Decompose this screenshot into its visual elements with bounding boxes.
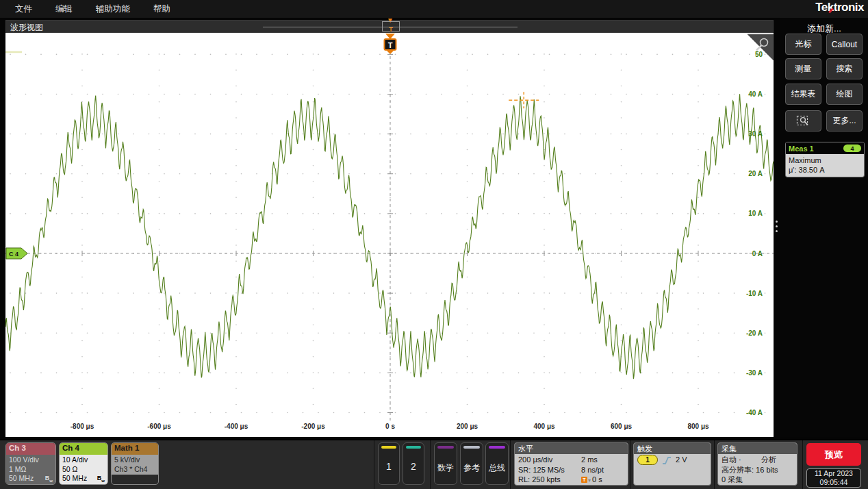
panel-gutter	[774, 18, 780, 437]
math-button-label: 数学	[435, 462, 457, 474]
meas1-header: Meas 1 4	[786, 142, 864, 154]
ch3-badge-body: 100 V/div 1 MΩ 50 MHzBw	[6, 455, 55, 484]
ch3-impedance: 1 MΩ	[9, 465, 53, 475]
acquisition-panel-title: 采集	[718, 443, 797, 454]
acquisition-resolution: 高分辨率: 16 bits	[722, 465, 793, 475]
meas1-type: Maximum	[789, 155, 861, 165]
ch1-button[interactable]: 1	[378, 442, 400, 485]
waveform-plot-area[interactable]: -800 μs-600 μs-400 μs-200 μs0 s200 μs400…	[5, 33, 774, 437]
acquisition-panel-body: 自动 ·分析 高分辨率: 16 bits 0 采集	[718, 454, 797, 486]
menu-edit[interactable]: 编辑	[55, 3, 73, 15]
minimap-trigger-thumb[interactable]: T	[382, 21, 400, 32]
y-axis-label: -20 A	[746, 329, 763, 337]
meas1-count-pill: 4	[843, 145, 861, 152]
y-axis-label: 20 A	[748, 170, 763, 177]
minimap-trigger-letter: T	[389, 26, 393, 33]
sample-resolution: 8 ns/pt	[581, 465, 624, 475]
x-axis-label: -800 μs	[71, 423, 94, 430]
cursor-button[interactable]: 光标	[785, 34, 821, 55]
sidebar: 添加新... 光标 Callout 测量 搜索 结果表 绘图 更多... Mea…	[780, 18, 868, 437]
acquisition-panel[interactable]: 采集 自动 ·分析 高分辨率: 16 bits 0 采集	[717, 442, 797, 486]
waveform-title: 波形视图	[10, 22, 43, 34]
ch2-color-stripe	[406, 446, 421, 449]
tektronix-logo: Tektronix	[815, 1, 864, 14]
ch4-scale: 10 A/div	[62, 455, 105, 465]
x-axis-label: 400 μs	[533, 423, 555, 430]
horizontal-panel[interactable]: 水平 200 μs/div2 ms SR: 125 MS/s8 ns/pt RL…	[514, 442, 628, 486]
math1-scale: 5 kV/div	[114, 455, 155, 465]
math1-badge[interactable]: Math 1 5 kV/div Ch3 * Ch4	[111, 442, 159, 485]
menu-help[interactable]: 帮助	[153, 3, 170, 15]
waveform-canvas[interactable]: -800 μs-600 μs-400 μs-200 μs0 s200 μs400…	[5, 33, 774, 437]
bus-color-stripe	[489, 446, 505, 449]
ch3-badge[interactable]: Ch 3 100 V/div 1 MΩ 50 MHzBw	[5, 442, 56, 485]
trigger-position-marker[interactable]: T	[385, 34, 396, 54]
y-axis-label: 10 A	[748, 210, 763, 217]
waveform-titlebar: 波形视图 ▼ T	[5, 20, 774, 33]
svg-text:T: T	[388, 41, 393, 49]
meas1-body: Maximum μ': 38.50 A	[786, 154, 864, 177]
date-label: 11 Apr 2023	[807, 469, 860, 478]
horizontal-position: T▾0 s	[581, 475, 624, 486]
zoom-select-icon	[796, 115, 811, 127]
trigger-tri-icon: ▾	[588, 477, 591, 484]
trigger-level: 2 V	[676, 455, 687, 465]
acquisition-count: 0 采集	[722, 475, 793, 485]
ch4-badge[interactable]: Ch 4 10 A/div 50 Ω 50 MHzBw	[59, 442, 108, 485]
bw-limit-icon: Bw	[97, 474, 105, 485]
meas1-badge[interactable]: Meas 1 4 Maximum μ': 38.50 A	[785, 142, 865, 177]
y-axis-label: 30 A	[748, 130, 763, 138]
ch1-color-stripe	[381, 446, 396, 449]
math-button[interactable]: 数学	[434, 442, 457, 485]
bottom-bar: Ch 3 100 V/div 1 MΩ 50 MHzBw Ch 4 10 A/d…	[0, 439, 868, 489]
y-axis-label: -40 A	[746, 409, 763, 416]
math1-badge-body: 5 kV/div Ch3 * Ch4	[112, 455, 158, 475]
math1-source: Ch3 * Ch4	[114, 465, 155, 475]
zoom-select-button[interactable]	[785, 110, 821, 131]
plot-button[interactable]: 绘图	[826, 84, 863, 105]
ch4-badge-body: 10 A/div 50 Ω 50 MHzBw	[60, 455, 107, 484]
math-color-stripe	[437, 446, 454, 449]
preview-button[interactable]: 预览	[806, 443, 861, 466]
ch2-button[interactable]: 2	[403, 442, 424, 485]
measure-button[interactable]: 测量	[785, 58, 821, 79]
ch4-bandwidth: 50 MHzBw	[62, 474, 105, 484]
trigger-panel[interactable]: 触发 1 2 V	[633, 442, 711, 486]
ch4-badge-header: Ch 4	[60, 443, 107, 455]
ref-button[interactable]: 参考	[460, 442, 483, 485]
waveform-view: 波形视图 ▼ T -800 μs-600 μs-400 μs-200 μs0 s…	[5, 20, 774, 437]
record-length: RL: 250 kpts	[518, 475, 581, 486]
svg-text:C 4: C 4	[9, 251, 18, 258]
y-axis-label: 40 A	[748, 90, 763, 98]
ch4-waveform-trace	[5, 94, 774, 379]
ch4-impedance: 50 Ω	[62, 465, 105, 475]
bus-button-label: 总线	[486, 462, 508, 474]
y-axis-label: -10 A	[746, 290, 763, 297]
panel-drag-handle[interactable]	[776, 221, 778, 232]
x-axis-label: 200 μs	[457, 423, 478, 430]
menu-utility[interactable]: 辅助功能	[96, 3, 130, 15]
ref-color-stripe	[463, 446, 480, 449]
trigger-panel-body: 1 2 V	[634, 454, 711, 466]
bw-limit-icon: Bw	[45, 474, 53, 485]
search-button[interactable]: 搜索	[826, 58, 863, 79]
menu-file[interactable]: 文件	[15, 3, 32, 15]
x-axis-label: -600 μs	[147, 423, 171, 430]
bus-button[interactable]: 总线	[485, 442, 509, 485]
callout-button[interactable]: Callout	[826, 34, 863, 55]
horizontal-scale: 200 μs/div	[518, 455, 581, 465]
x-axis-label: 600 μs	[611, 423, 633, 430]
meas1-value: μ': 38.50 A	[789, 165, 861, 175]
ch4-position-marker[interactable]: C 4	[6, 248, 27, 259]
x-axis-label: 0 s	[385, 423, 395, 430]
menu-bar: 文件 编辑 辅助功能 帮助 Tektronix	[0, 0, 868, 18]
results-table-button[interactable]: 结果表	[785, 84, 821, 105]
x-axis-label: -200 μs	[301, 423, 325, 430]
more-button[interactable]: 更多...	[826, 110, 863, 131]
ch1-button-label: 1	[379, 461, 399, 472]
ch3-bandwidth: 50 MHzBw	[9, 474, 53, 484]
y-axis-label: 0 A	[752, 250, 763, 258]
horizontal-window: 2 ms	[581, 455, 624, 465]
x-axis-label: 800 μs	[687, 423, 709, 430]
datetime-display: 11 Apr 2023 09:05:44	[806, 468, 861, 488]
